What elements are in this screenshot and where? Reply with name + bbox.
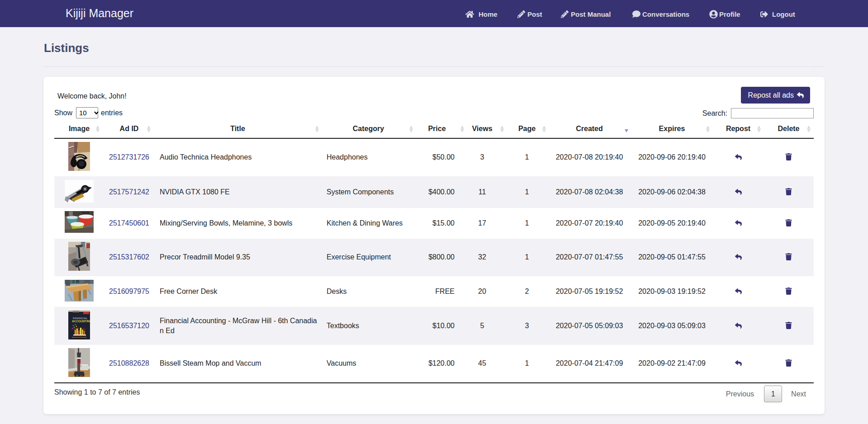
svg-text:ACCOUNTING: ACCOUNTING	[72, 320, 90, 323]
svg-text:FINANCIAL: FINANCIAL	[73, 316, 88, 320]
